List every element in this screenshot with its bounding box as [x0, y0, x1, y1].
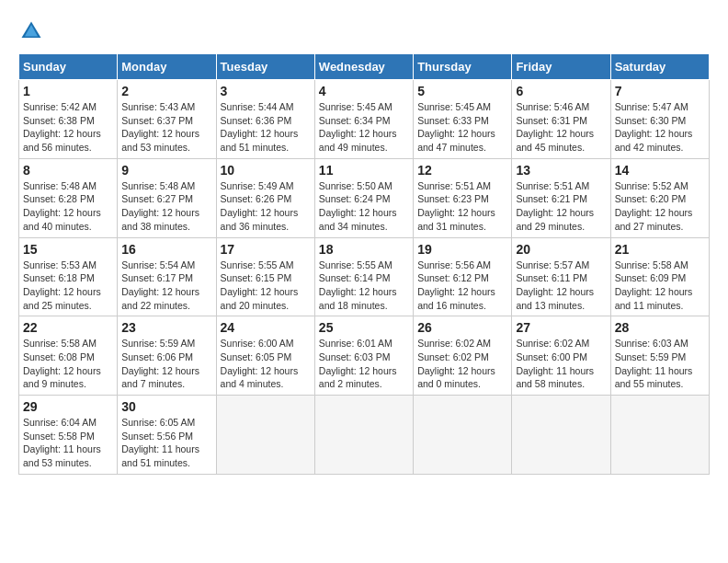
day-info: Sunrise: 5:56 AMSunset: 6:12 PMDaylight:…: [417, 259, 507, 313]
calendar-day-12: 12Sunrise: 5:51 AMSunset: 6:23 PMDayligh…: [414, 158, 512, 237]
empty-cell: [314, 396, 413, 475]
weekday-header-saturday: Saturday: [610, 54, 709, 80]
calendar-row: 15Sunrise: 5:53 AMSunset: 6:18 PMDayligh…: [19, 237, 710, 316]
day-info: Sunrise: 6:01 AMSunset: 6:03 PMDaylight:…: [319, 337, 409, 391]
calendar-day-9: 9Sunrise: 5:48 AMSunset: 6:27 PMDaylight…: [118, 158, 216, 237]
calendar-day-14: 14Sunrise: 5:52 AMSunset: 6:20 PMDayligh…: [610, 158, 709, 237]
weekday-header-tuesday: Tuesday: [216, 54, 314, 80]
weekday-header-sunday: Sunday: [19, 54, 118, 80]
day-number: 7: [615, 84, 705, 98]
day-info: Sunrise: 5:50 AMSunset: 6:24 PMDaylight:…: [319, 179, 409, 234]
day-info: Sunrise: 6:05 AMSunset: 5:56 PMDaylight:…: [121, 416, 211, 470]
weekday-header-monday: Monday: [118, 54, 216, 80]
calendar-day-1: 1Sunrise: 5:42 AMSunset: 6:38 PMDaylight…: [19, 80, 118, 159]
day-number: 12: [417, 163, 507, 178]
day-number: 1: [23, 84, 113, 98]
day-number: 6: [516, 84, 606, 98]
weekday-header-wednesday: Wednesday: [314, 54, 413, 80]
day-info: Sunrise: 5:47 AMSunset: 6:30 PMDaylight:…: [615, 100, 705, 155]
calendar-day-18: 18Sunrise: 5:55 AMSunset: 6:14 PMDayligh…: [314, 237, 413, 316]
empty-cell: [610, 396, 709, 475]
day-number: 24: [221, 320, 311, 335]
day-number: 18: [319, 242, 409, 257]
day-info: Sunrise: 5:48 AMSunset: 6:28 PMDaylight:…: [23, 179, 113, 234]
day-info: Sunrise: 5:59 AMSunset: 6:06 PMDaylight:…: [121, 337, 211, 391]
calendar-day-20: 20Sunrise: 5:57 AMSunset: 6:11 PMDayligh…: [512, 237, 610, 316]
day-info: Sunrise: 5:51 AMSunset: 6:23 PMDaylight:…: [417, 179, 507, 234]
day-info: Sunrise: 5:45 AMSunset: 6:34 PMDaylight:…: [319, 100, 409, 155]
calendar-day-13: 13Sunrise: 5:51 AMSunset: 6:21 PMDayligh…: [512, 158, 610, 237]
weekday-header-friday: Friday: [512, 54, 610, 80]
calendar-day-28: 28Sunrise: 6:03 AMSunset: 5:59 PMDayligh…: [610, 316, 709, 396]
day-number: 28: [615, 320, 705, 335]
day-info: Sunrise: 5:54 AMSunset: 6:17 PMDaylight:…: [121, 259, 211, 313]
calendar-day-16: 16Sunrise: 5:54 AMSunset: 6:17 PMDayligh…: [118, 237, 216, 316]
calendar-day-10: 10Sunrise: 5:49 AMSunset: 6:26 PMDayligh…: [216, 158, 314, 237]
calendar-day-22: 22Sunrise: 5:58 AMSunset: 6:08 PMDayligh…: [19, 316, 118, 396]
day-number: 10: [221, 163, 311, 178]
day-number: 8: [23, 163, 113, 178]
day-info: Sunrise: 5:48 AMSunset: 6:27 PMDaylight:…: [121, 179, 211, 234]
calendar-day-7: 7Sunrise: 5:47 AMSunset: 6:30 PMDaylight…: [610, 80, 709, 159]
day-number: 19: [417, 242, 507, 257]
day-info: Sunrise: 5:57 AMSunset: 6:11 PMDaylight:…: [516, 259, 606, 313]
calendar-day-6: 6Sunrise: 5:46 AMSunset: 6:31 PMDaylight…: [512, 80, 610, 159]
calendar-row: 8Sunrise: 5:48 AMSunset: 6:28 PMDaylight…: [19, 158, 710, 237]
logo: [18, 18, 48, 44]
calendar-table: SundayMondayTuesdayWednesdayThursdayFrid…: [18, 53, 710, 475]
day-number: 2: [121, 84, 211, 98]
empty-cell: [512, 396, 610, 475]
day-info: Sunrise: 6:04 AMSunset: 5:58 PMDaylight:…: [23, 416, 113, 470]
day-number: 9: [121, 163, 211, 178]
day-number: 4: [319, 84, 409, 98]
day-info: Sunrise: 5:58 AMSunset: 6:08 PMDaylight:…: [23, 337, 113, 391]
day-info: Sunrise: 5:42 AMSunset: 6:38 PMDaylight:…: [23, 100, 113, 155]
calendar-day-3: 3Sunrise: 5:44 AMSunset: 6:36 PMDaylight…: [216, 80, 314, 159]
day-info: Sunrise: 5:44 AMSunset: 6:36 PMDaylight:…: [221, 100, 311, 155]
calendar-row: 1Sunrise: 5:42 AMSunset: 6:38 PMDaylight…: [19, 80, 710, 159]
day-info: Sunrise: 6:00 AMSunset: 6:05 PMDaylight:…: [221, 337, 311, 391]
day-number: 25: [319, 320, 409, 335]
day-number: 11: [319, 163, 409, 178]
day-number: 29: [23, 399, 113, 414]
day-info: Sunrise: 5:55 AMSunset: 6:15 PMDaylight:…: [221, 259, 311, 313]
day-info: Sunrise: 5:51 AMSunset: 6:21 PMDaylight:…: [516, 179, 606, 234]
day-number: 13: [516, 163, 606, 178]
day-number: 26: [417, 320, 507, 335]
day-info: Sunrise: 5:53 AMSunset: 6:18 PMDaylight:…: [23, 259, 113, 313]
day-number: 16: [121, 242, 211, 257]
day-number: 30: [121, 399, 211, 414]
day-info: Sunrise: 5:43 AMSunset: 6:37 PMDaylight:…: [121, 100, 211, 155]
day-number: 21: [615, 242, 705, 257]
day-info: Sunrise: 5:49 AMSunset: 6:26 PMDaylight:…: [221, 179, 311, 234]
day-number: 3: [221, 84, 311, 98]
day-info: Sunrise: 6:02 AMSunset: 6:00 PMDaylight:…: [516, 337, 606, 391]
calendar-day-5: 5Sunrise: 5:45 AMSunset: 6:33 PMDaylight…: [414, 80, 512, 159]
empty-cell: [216, 396, 314, 475]
weekday-header-thursday: Thursday: [414, 54, 512, 80]
calendar-day-19: 19Sunrise: 5:56 AMSunset: 6:12 PMDayligh…: [414, 237, 512, 316]
calendar-day-23: 23Sunrise: 5:59 AMSunset: 6:06 PMDayligh…: [118, 316, 216, 396]
calendar-day-11: 11Sunrise: 5:50 AMSunset: 6:24 PMDayligh…: [314, 158, 413, 237]
calendar-row: 22Sunrise: 5:58 AMSunset: 6:08 PMDayligh…: [19, 316, 710, 396]
calendar-day-21: 21Sunrise: 5:58 AMSunset: 6:09 PMDayligh…: [610, 237, 709, 316]
day-number: 5: [417, 84, 507, 98]
calendar-day-2: 2Sunrise: 5:43 AMSunset: 6:37 PMDaylight…: [118, 80, 216, 159]
day-number: 15: [23, 242, 113, 257]
day-number: 22: [23, 320, 113, 335]
calendar-day-30: 30Sunrise: 6:05 AMSunset: 5:56 PMDayligh…: [118, 396, 216, 475]
day-info: Sunrise: 6:02 AMSunset: 6:02 PMDaylight:…: [417, 337, 507, 391]
day-info: Sunrise: 5:45 AMSunset: 6:33 PMDaylight:…: [417, 100, 507, 155]
weekday-header-row: SundayMondayTuesdayWednesdayThursdayFrid…: [19, 54, 710, 80]
header: [18, 18, 710, 44]
calendar-day-27: 27Sunrise: 6:02 AMSunset: 6:00 PMDayligh…: [512, 316, 610, 396]
empty-cell: [414, 396, 512, 475]
day-number: 20: [516, 242, 606, 257]
calendar-day-25: 25Sunrise: 6:01 AMSunset: 6:03 PMDayligh…: [314, 316, 413, 396]
calendar-day-26: 26Sunrise: 6:02 AMSunset: 6:02 PMDayligh…: [414, 316, 512, 396]
calendar-day-17: 17Sunrise: 5:55 AMSunset: 6:15 PMDayligh…: [216, 237, 314, 316]
logo-icon: [18, 18, 44, 44]
day-info: Sunrise: 5:52 AMSunset: 6:20 PMDaylight:…: [615, 179, 705, 234]
day-number: 23: [121, 320, 211, 335]
day-number: 14: [615, 163, 705, 178]
